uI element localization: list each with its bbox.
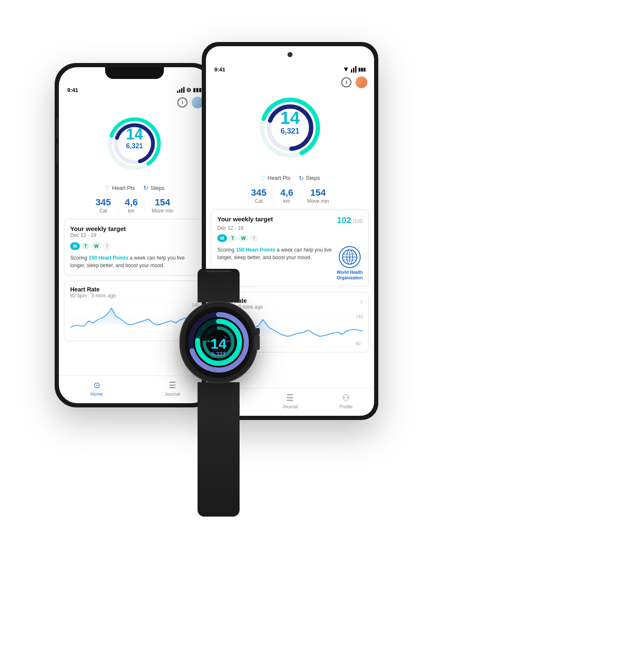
left-weekly-title: Your weekly target	[70, 225, 199, 232]
left-status-bar: 9:41 ⊖ ▮▮▮	[59, 84, 210, 95]
scene: 9:41 ⊖ ▮▮▮ i	[0, 0, 633, 672]
left-weekly-desc: Scoring 150 Heart Points a week can help…	[70, 254, 199, 269]
right-info-icon[interactable]: i	[341, 77, 351, 87]
right-ring-container: 14 6,321	[206, 90, 374, 172]
who-area: World HealthOrganization	[337, 246, 363, 281]
watch-band-top	[198, 269, 240, 302]
left-status-icons: ⊖ ▮▮▮	[177, 87, 202, 93]
nav-home-left[interactable]: ⊙ Home	[59, 380, 135, 396]
nav-journal-right[interactable]: ☰ Journal	[262, 393, 318, 409]
left-labels: ♡ Heart Pts ↻ Steps	[59, 182, 210, 195]
watch-band-bottom	[198, 382, 240, 517]
left-heart-rate-subtitle: 82 bpm · 3 mins ago	[70, 293, 116, 299]
smartwatch: ♡ HEART ↻ STEPS 14 6,321	[181, 269, 256, 664]
left-move-stat: 154 Move min	[145, 197, 180, 214]
right-day-pills: M T W T	[217, 234, 363, 242]
day-w: W	[91, 242, 101, 250]
right-labels: ♡ Heart Pts ↻ Steps	[206, 172, 374, 186]
left-ring-container: 14 6,321	[59, 110, 210, 182]
who-emblem	[339, 246, 361, 268]
left-time: 9:41	[67, 87, 78, 93]
left-top-icons: i	[59, 95, 210, 110]
left-weekly-card: Your weekly target Dec 12 - 19 M T W T S…	[64, 219, 205, 276]
day-t1: T	[81, 242, 90, 250]
left-day-pills: M T W T	[70, 242, 199, 250]
right-score-total: /150	[353, 218, 363, 224]
right-steps-icon: ↻	[299, 175, 304, 181]
watch-center-content: ♡ HEART ↻ STEPS 14 6,321	[211, 327, 227, 357]
right-km-stat: 4,6 km	[274, 187, 301, 204]
info-icon[interactable]: i	[177, 97, 187, 108]
right-weekly-title: Your weekly target	[217, 215, 273, 223]
heart-pts-icon: ♡	[105, 184, 110, 191]
who-label: World HealthOrganization	[337, 270, 363, 281]
right-status-icons: ▼ ▮▮▮	[343, 66, 366, 73]
right-score: 102	[337, 215, 351, 225]
watch-case: ♡ HEART ↻ STEPS 14 6,321	[181, 302, 256, 382]
right-heart-icon: ♡	[260, 175, 266, 181]
left-weekly-date: Dec 12 - 19	[70, 232, 199, 238]
watch-labels: ♡ HEART ↻ STEPS	[211, 336, 227, 343]
left-side-button-2	[56, 143, 58, 164]
right-y-axis: 140 80	[356, 313, 363, 347]
left-heart-rate-title: Heart Rate	[70, 286, 116, 293]
left-side-button-1	[56, 118, 58, 139]
who-logo-svg	[342, 249, 358, 265]
left-km-stat: 4,6 km	[118, 197, 145, 214]
watch-steps: 6,321	[211, 351, 227, 357]
profile-icon: ⚇	[342, 393, 350, 403]
right-ring-svg	[256, 94, 324, 161]
right-move-stat: 154 Move min	[301, 187, 336, 204]
right-stats-row: 345 Cal 4,6 km 154 Move min	[206, 186, 374, 209]
right-cal-stat: 345 Cal	[244, 187, 274, 204]
left-heart-rate-header: Heart Rate 82 bpm · 3 mins ago	[70, 286, 199, 299]
watch-crown	[255, 335, 260, 350]
left-chart-svg	[70, 302, 199, 336]
left-ring-svg	[105, 114, 164, 173]
right-time: 9:41	[214, 66, 225, 73]
day-t2: T	[103, 242, 111, 250]
left-stats-row: 345 Cal 4,6 km 154 Move min	[59, 195, 210, 219]
watch-button	[256, 328, 260, 335]
front-camera	[287, 52, 293, 57]
phone-notch	[105, 67, 164, 79]
right-status-bar: 9:41 ▼ ▮▮▮	[206, 63, 374, 75]
left-steps-label: ↻ Steps	[143, 184, 164, 191]
steps-icon: ↻	[143, 184, 148, 191]
left-heart-pts-label: ♡ Heart Pts	[105, 184, 135, 191]
right-steps-label: ↻ Steps	[299, 175, 320, 181]
journal-icon: ☰	[169, 380, 176, 390]
watch-face: ♡ HEART ↻ STEPS 14 6,321	[187, 311, 250, 373]
home-icon: ⊙	[93, 380, 100, 390]
left-cal-stat: 345 Cal	[89, 197, 118, 214]
left-chart: 140 80	[70, 302, 199, 336]
right-top-icons: i	[206, 75, 374, 90]
right-journal-icon: ☰	[286, 393, 294, 403]
right-weekly-desc: Scoring 150 Heart Points a week can help…	[217, 246, 333, 261]
right-avatar[interactable]	[356, 76, 367, 88]
day-m: M	[70, 242, 80, 250]
chevron-right-icon[interactable]: ›	[360, 297, 363, 306]
right-score-area: 102 /150	[337, 215, 363, 225]
nav-profile-right[interactable]: ⚇ Profile	[318, 393, 374, 409]
right-heart-pts-label: ♡ Heart Pts	[260, 175, 290, 181]
